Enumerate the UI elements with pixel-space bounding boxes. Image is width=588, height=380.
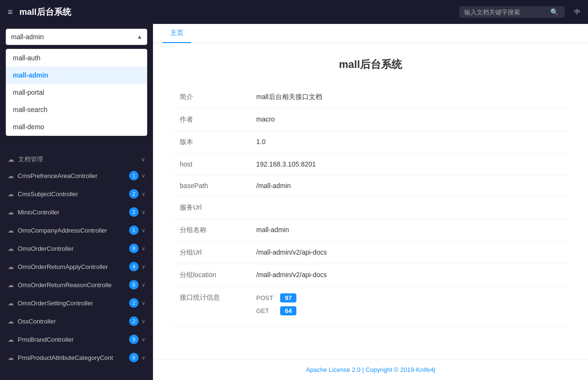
nav-section-docs[interactable]: ☁ 文档管理 ∨ (0, 150, 153, 167)
chevron-10: ∨ (142, 336, 145, 343)
cloud-icon-9: ☁ (8, 318, 14, 325)
badge-4: 1 (129, 225, 139, 235)
field-value-groupname: mall-admin (249, 219, 569, 242)
nav-controller-pms-brand[interactable]: ☁ PmsBrandController 9 ∨ (0, 330, 153, 348)
badge-5: 8 (129, 244, 139, 253)
chevron-1: ∨ (142, 173, 145, 179)
field-key-groupurl: 分组Url (172, 242, 249, 264)
menu-icon[interactable]: ≡ (8, 7, 13, 17)
cloud-icon: ☁ (8, 156, 14, 163)
badge-2: 2 (129, 189, 139, 199)
field-key-basepath: basePath (172, 175, 249, 197)
controller-name-5: OmsOrderController (18, 245, 74, 252)
table-row-version: 版本 1.0 (172, 131, 569, 154)
dropdown-item-mall-auth[interactable]: mall-auth (6, 49, 147, 67)
cloud-icon-2: ☁ (8, 190, 14, 198)
post-row: POST 97 (256, 293, 561, 302)
dropdown-item-mall-demo[interactable]: mall-demo (6, 118, 147, 135)
dropdown-item-mall-admin[interactable]: mall-admin (6, 67, 147, 84)
field-value-author: macro (249, 109, 569, 131)
cloud-icon-8: ☁ (8, 300, 14, 307)
controller-name-7: OmsOrderReturnReasonControlle (18, 281, 112, 289)
field-value-host: 192.168.3.105:8201 (249, 154, 569, 175)
post-badge: 97 (280, 293, 296, 302)
nav-controller-pms-product-attr[interactable]: ☁ PmsProductAttributeCategoryCont 6 ∨ (0, 348, 153, 367)
dropdown-item-mall-search[interactable]: mall-search (6, 101, 147, 118)
field-value-jianjie: mall后台相关接口文档 (249, 86, 569, 109)
chevron-11: ∨ (142, 355, 145, 361)
controller-name-3: MinioController (18, 209, 59, 216)
controller-name-4: OmsCompanyAddressController (18, 227, 107, 234)
field-key-host: host (172, 154, 249, 175)
table-row-host: host 192.168.3.105:8201 (172, 154, 569, 175)
lang-button[interactable]: 中 (574, 8, 580, 16)
controller-name-10: PmsBrandController (18, 336, 74, 343)
controller-name-11: PmsProductAttributeCategoryCont (18, 354, 113, 361)
nav-controller-oms-setting[interactable]: ☁ OmsOrderSettingController 2 ∨ (0, 294, 153, 312)
nav-controller-oms-return-reason[interactable]: ☁ OmsOrderReturnReasonControlle 6 ∨ (0, 276, 153, 294)
nav-controller-minio[interactable]: ☁ MinioController 2 ∨ (0, 203, 153, 221)
cloud-icon-6: ☁ (8, 263, 14, 270)
nav-controller-oms-company[interactable]: ☁ OmsCompanyAddressController 1 ∨ (0, 221, 153, 239)
chevron-3: ∨ (142, 209, 145, 215)
sidebar-nav: ☁ 文档管理 ∨ ☁ CmsPrefrenceAreaController 1 … (0, 150, 153, 380)
badge-6: 4 (129, 262, 139, 271)
sidebar-select-wrapper: ▲ mall-auth mall-admin mall-portal mall-… (0, 24, 153, 50)
field-key-author: 作者 (172, 109, 249, 131)
nav-controller-oms-order[interactable]: ☁ OmsOrderController 8 ∨ (0, 239, 153, 257)
app-title: mall后台系统 (20, 6, 459, 18)
field-value-version: 1.0 (249, 131, 569, 154)
tab-home[interactable]: 主页 (163, 24, 191, 43)
chevron-6: ∨ (142, 264, 145, 270)
table-row-author: 作者 macro (172, 109, 569, 131)
main-content: mall后台系统 简介 mall后台相关接口文档 作者 macro 版本 1.0 (153, 43, 588, 359)
table-row-groupname: 分组名称 mall-admin (172, 219, 569, 242)
controller-name-6: OmsOrderReturnApplyController (18, 263, 108, 270)
cloud-icon-1: ☁ (8, 172, 14, 179)
nav-controller-oss[interactable]: ☁ OssController 2 ∨ (0, 312, 153, 330)
search-input[interactable] (464, 9, 550, 16)
footer: Apache License 2.0 | Copyright © 2019-Kn… (153, 359, 588, 380)
get-label: GET (256, 307, 275, 314)
info-table: 简介 mall后台相关接口文档 作者 macro 版本 1.0 host 192… (172, 86, 569, 326)
badge-8: 2 (129, 298, 139, 308)
nav-controller-oms-return-apply[interactable]: ☁ OmsOrderReturnApplyController 4 ∨ (0, 257, 153, 276)
chevron-9: ∨ (142, 318, 145, 324)
layout: ▲ mall-auth mall-admin mall-portal mall-… (0, 24, 588, 380)
field-value-grouplocation: /mall-admin/v2/api-docs (249, 264, 569, 287)
field-key-version: 版本 (172, 131, 249, 154)
table-row-jianjie: 简介 mall后台相关接口文档 (172, 86, 569, 109)
dropdown-menu: mall-auth mall-admin mall-portal mall-se… (6, 49, 147, 136)
badge-3: 2 (129, 207, 139, 217)
table-row-groupurl: 分组Url /mall-admin/v2/api-docs (172, 242, 569, 264)
badge-10: 9 (129, 335, 139, 344)
get-badge: 64 (280, 306, 296, 315)
cloud-icon-4: ☁ (8, 227, 14, 234)
table-row-basepath: basePath /mall-admin (172, 175, 569, 197)
chevron-7: ∨ (142, 282, 145, 288)
cloud-icon-11: ☁ (8, 354, 14, 361)
cloud-icon-3: ☁ (8, 209, 14, 216)
badge-1: 1 (129, 171, 139, 180)
content-title: mall后台系统 (172, 57, 569, 72)
field-value-serviceurl (249, 197, 569, 219)
nav-controller-cms-prefrence[interactable]: ☁ CmsPrefrenceAreaController 1 ∨ (0, 167, 153, 185)
sidebar-select-input[interactable] (6, 29, 147, 45)
search-bar: 🔍 (459, 6, 565, 18)
dropdown-item-mall-portal[interactable]: mall-portal (6, 84, 147, 101)
table-row-stats: 接口统计信息 POST 97 GET 64 (172, 287, 569, 326)
field-value-groupurl: /mall-admin/v2/api-docs (249, 242, 569, 264)
badge-11: 6 (129, 353, 139, 362)
field-key-serviceurl: 服务Url (172, 197, 249, 219)
header: ≡ mall后台系统 🔍 中 (0, 0, 588, 24)
search-icon: 🔍 (550, 8, 558, 16)
footer-text: Apache License 2.0 | Copyright © 2019-Kn… (306, 366, 435, 373)
controller-name-1: CmsPrefrenceAreaController (18, 172, 98, 179)
nav-section-label: 文档管理 (18, 155, 43, 164)
field-key-groupname: 分组名称 (172, 219, 249, 242)
nav-controller-cms-subject[interactable]: ☁ CmsSubjectController 2 ∨ (0, 185, 153, 203)
post-label: POST (256, 294, 275, 302)
field-value-stats: POST 97 GET 64 (249, 287, 569, 326)
field-key-stats: 接口统计信息 (172, 287, 249, 326)
badge-7: 6 (129, 280, 139, 290)
